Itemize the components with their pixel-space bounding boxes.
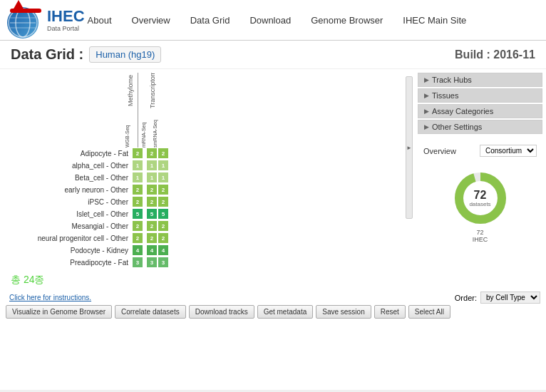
panel-section-3: ▶ Other Settings [418,120,542,134]
donut-value-label: datasets [469,201,490,207]
nav-datagrid[interactable]: Data Grid [187,14,233,27]
row-label-6: Mesangial - Other [11,222,132,230]
overview-select[interactable]: Consortium [480,145,537,157]
grid-cell-r3-c2[interactable]: 2 [158,184,169,195]
panel-arrow-1: ▶ [424,92,429,99]
action-btn-2[interactable]: Download tracks [189,305,254,319]
row-label-7: neural progenitor cell - Other [11,234,132,242]
bottom-area: Click here for instructions. Order: by C… [0,290,546,320]
row-label-0: Adipocyte - Fat [11,150,132,158]
page-title: Data Grid : [11,46,83,63]
grid-cell-r7-c0[interactable]: 2 [132,232,143,244]
grid-cell-r3-c1[interactable]: 2 [146,184,158,195]
grid-cell-r7-c2[interactable]: 2 [158,232,169,244]
action-btn-3[interactable]: Get metadata [257,305,314,319]
row-label-1: alpha_cell - Other [11,162,132,170]
korean-text: 총 24종 [11,274,402,287]
grid-cell-r4-c0[interactable]: 2 [132,196,143,207]
action-btn-5[interactable]: Reset [374,305,406,319]
row-label-5: Islet_cell - Other [11,210,132,218]
nav-overview[interactable]: Overview [129,14,173,27]
row-label-8: Podocyte - Kidney [11,247,132,254]
action-btn-6[interactable]: Select All [408,305,450,319]
nav-download[interactable]: Download [247,14,294,27]
grid-cell-r2-c1[interactable]: 1 [146,172,158,183]
right-panel: ▶ Track Hubs ▶ Tissues ▶ Assay Categorie… [418,73,542,287]
grid-cell-r8-c0[interactable]: 4 [132,244,143,256]
page: Data Grid : Human (hg19) Build : 2016-11… [0,41,546,390]
nav-genome-browser[interactable]: Genome Browser [308,14,386,27]
grid-cell-r2-c2[interactable]: 1 [158,172,169,183]
logo: IHEC Data Portal [7,3,85,37]
nav-ihec-main[interactable]: IHEC Main Site [400,14,469,27]
grid-cell-r6-c1[interactable]: 2 [146,220,158,232]
row-label-2: Beta_cell - Other [11,174,132,182]
panel-sections: ▶ Track Hubs ▶ Tissues ▶ Assay Categorie… [418,73,542,134]
grid-cell-r0-c1[interactable]: 2 [146,148,158,159]
donut-center: 72 datasets [469,190,490,207]
build-info: Build : 2016-11 [455,48,535,61]
instructions-link[interactable]: Click here for instructions. [6,292,95,303]
grid-row-3: early neuron - Other222 [11,184,402,195]
order-row: Click here for instructions. Order: by C… [6,290,540,305]
grid-cell-r1-c0[interactable]: 1 [132,160,143,171]
donut-sub-value: 72 IHEC [452,229,509,243]
action-buttons: Visualize in Genome BrowserCorrelate dat… [6,305,540,319]
grid-cell-r8-c2[interactable]: 4 [158,244,169,256]
main-content: Methylome WGB-Seq Transcriptome mRNA-Seq… [0,69,546,290]
grid-row-5: Islet_cell - Other555 [11,208,402,220]
grid-cell-r6-c2[interactable]: 2 [158,220,169,232]
transcriptome-label: Transcriptome [149,73,156,108]
grid-cell-r4-c2[interactable]: 2 [158,196,169,207]
panel-section-header-2[interactable]: ▶ Assay Categories [418,105,542,118]
grid-cell-r9-c0[interactable]: 3 [132,257,143,268]
methylome-label: Methylome [127,73,134,108]
grid-area: Methylome WGB-Seq Transcriptome mRNA-Seq… [4,73,402,287]
genome-selector[interactable]: Human (hg19) [89,46,161,63]
action-btn-1[interactable]: Correlate datasets [115,305,186,319]
logo-subtitle: Data Portal [47,26,85,32]
grid-cell-r1-c1[interactable]: 1 [146,160,158,171]
grid-cell-r0-c0[interactable]: 2 [132,148,143,159]
grid-cell-r1-c2[interactable]: 1 [158,160,169,171]
grid-row-8: Podocyte - Kidney444 [11,244,402,256]
grid-row-0: Adipocyte - Fat222 [11,148,402,159]
scroll-arrow: ► [406,145,412,151]
grid-cell-r5-c2[interactable]: 5 [158,208,169,220]
panel-section-label-2: Assay Categories [432,107,493,115]
order-select[interactable]: by Cell Type [480,292,540,304]
grid-row-1: alpha_cell - Other111 [11,160,402,171]
grid-cell-r2-c0[interactable]: 1 [132,172,143,183]
col-section-headers: Methylome WGB-Seq Transcriptome mRNA-Seq… [4,73,164,148]
action-btn-4[interactable]: Save session [316,305,371,319]
grid-cell-r3-c0[interactable]: 2 [132,184,143,195]
donut-container: 72 datasets 72 IHEC [418,166,542,247]
col-wgbseq: WGB-Seq [125,108,136,148]
grid-cell-r9-c2[interactable]: 3 [158,257,169,268]
title-bar: Data Grid : Human (hg19) Build : 2016-11 [0,41,546,69]
donut-value: 72 [469,190,490,201]
title-left: Data Grid : Human (hg19) [11,46,161,63]
panel-arrow-3: ▶ [424,123,429,130]
grid-cell-r9-c1[interactable]: 3 [146,257,158,268]
grid-cell-r0-c2[interactable]: 2 [158,148,169,159]
action-btn-0[interactable]: Visualize in Genome Browser [6,305,112,319]
donut-chart: 72 datasets [452,170,509,227]
scroll-handle[interactable]: ► [406,76,413,219]
row-label-3: early neuron - Other [11,186,132,194]
grid-cell-r6-c0[interactable]: 2 [132,220,143,232]
panel-section-1: ▶ Tissues [418,88,542,103]
col-smrnaseq: smRNA-Seq [153,108,164,148]
grid-row-7: neural progenitor cell - Other222 [11,232,402,244]
nav-about[interactable]: About [85,14,115,27]
panel-section-header-3[interactable]: ▶ Other Settings [418,120,542,133]
panel-section-header-0[interactable]: ▶ Track Hubs [418,73,542,86]
panel-section-0: ▶ Track Hubs [418,73,542,87]
grid-cell-r5-c0[interactable]: 5 [132,208,143,220]
grid-cell-r5-c1[interactable]: 5 [146,208,158,220]
grid-container: Methylome WGB-Seq Transcriptome mRNA-Seq… [4,73,402,148]
grid-cell-r4-c1[interactable]: 2 [146,196,158,207]
grid-cell-r8-c1[interactable]: 4 [146,244,158,256]
grid-cell-r7-c1[interactable]: 2 [146,232,158,244]
panel-section-header-1[interactable]: ▶ Tissues [418,89,542,102]
